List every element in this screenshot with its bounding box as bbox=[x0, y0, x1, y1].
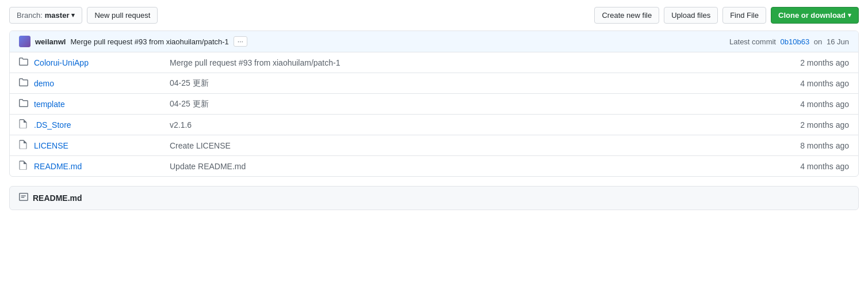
folder-icon bbox=[19, 78, 29, 89]
file-time: 4 months ago bbox=[774, 79, 849, 88]
table-row: Colorui-UniAppMerge pull request #93 fro… bbox=[10, 52, 858, 73]
table-row: template04-25 更新4 months ago bbox=[10, 94, 858, 115]
branch-name: master bbox=[45, 11, 70, 20]
commit-date: 16 Jun bbox=[827, 37, 849, 46]
file-time: 2 months ago bbox=[774, 58, 849, 67]
commit-on: on bbox=[814, 37, 822, 46]
clone-or-download-button[interactable]: Clone or download ▾ bbox=[771, 7, 859, 24]
file-commit-message: Update README.md bbox=[160, 162, 774, 171]
find-file-button[interactable]: Find File bbox=[722, 7, 766, 24]
toolbar: Branch: master ▾ New pull request Create… bbox=[0, 0, 868, 31]
more-button[interactable]: ··· bbox=[234, 36, 247, 47]
readme-label: README.md bbox=[33, 193, 82, 203]
file-name[interactable]: Colorui-UniApp bbox=[34, 58, 160, 67]
latest-commit-label: Latest commit bbox=[729, 37, 776, 46]
readme-icon bbox=[19, 192, 28, 204]
table-row: .DS_Storev2.1.62 months ago bbox=[10, 115, 858, 135]
file-commit-message: Create LICENSE bbox=[160, 141, 774, 150]
file-commit-message: Merge pull request #93 from xiaohuilam/p… bbox=[160, 58, 774, 67]
branch-label: Branch: bbox=[17, 11, 43, 20]
chevron-down-icon: ▾ bbox=[71, 12, 75, 19]
file-name[interactable]: demo bbox=[34, 79, 160, 88]
upload-files-button[interactable]: Upload files bbox=[664, 7, 718, 24]
file-time: 8 months ago bbox=[774, 141, 849, 150]
file-commit-message: v2.1.6 bbox=[160, 120, 774, 130]
file-time: 4 months ago bbox=[774, 100, 849, 109]
table-row: LICENSECreate LICENSE8 months ago bbox=[10, 135, 858, 156]
file-commit-message: 04-25 更新 bbox=[160, 78, 774, 89]
file-time: 2 months ago bbox=[774, 120, 849, 130]
new-pull-request-button[interactable]: New pull request bbox=[87, 7, 158, 24]
file-commit-message: 04-25 更新 bbox=[160, 99, 774, 109]
commit-hash[interactable]: 0b10b63 bbox=[781, 37, 810, 46]
create-new-file-button[interactable]: Create new file bbox=[594, 7, 659, 24]
file-icon bbox=[19, 119, 29, 130]
branch-button[interactable]: Branch: master ▾ bbox=[9, 7, 82, 24]
file-name[interactable]: LICENSE bbox=[34, 141, 160, 150]
table-row: README.mdUpdate README.md4 months ago bbox=[10, 156, 858, 176]
readme-bar: README.md bbox=[9, 186, 859, 210]
repo-table: weilanwl Merge pull request #93 from xia… bbox=[9, 31, 859, 177]
file-name[interactable]: .DS_Store bbox=[34, 120, 160, 130]
file-name[interactable]: template bbox=[34, 100, 160, 109]
file-name[interactable]: README.md bbox=[34, 162, 160, 171]
table-row: demo04-25 更新4 months ago bbox=[10, 73, 858, 94]
toolbar-left: Branch: master ▾ New pull request bbox=[9, 7, 590, 24]
commit-message: Merge pull request #93 from xiaohuilam/p… bbox=[70, 37, 228, 46]
toolbar-right: Create new file Upload files Find File C… bbox=[594, 7, 859, 24]
file-list: Colorui-UniAppMerge pull request #93 fro… bbox=[10, 52, 858, 176]
avatar bbox=[19, 36, 30, 47]
latest-commit-info: Latest commit 0b10b63 on 16 Jun bbox=[729, 37, 849, 46]
folder-icon bbox=[19, 57, 29, 68]
committer-name[interactable]: weilanwl bbox=[35, 37, 66, 46]
file-icon bbox=[19, 161, 29, 172]
file-time: 4 months ago bbox=[774, 162, 849, 171]
chevron-down-icon: ▾ bbox=[848, 12, 851, 19]
folder-icon bbox=[19, 98, 29, 109]
file-icon bbox=[19, 140, 29, 151]
commit-banner: weilanwl Merge pull request #93 from xia… bbox=[10, 31, 858, 52]
